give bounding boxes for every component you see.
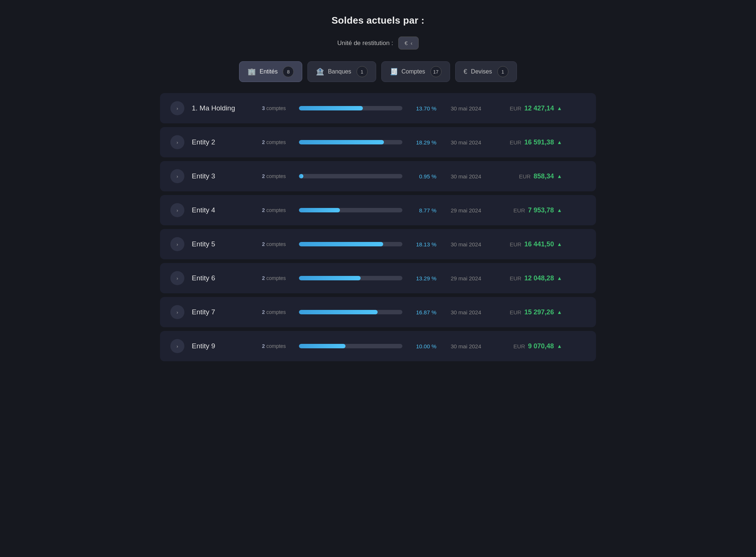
entity-name: Entity 6: [192, 274, 255, 282]
progress-bar-fill: [299, 174, 303, 178]
entity-name: Entity 7: [192, 308, 255, 316]
amount-group: EUR 7 953,78 ▲: [496, 206, 562, 214]
chevron-right-icon: ›: [177, 140, 178, 145]
entity-name: 1. Ma Holding: [192, 104, 255, 112]
comptes-label: Comptes: [402, 68, 425, 75]
unit-label: Unité de restitution :: [337, 40, 393, 47]
tab-banques[interactable]: 🏦 Banques 1: [307, 61, 376, 82]
entity-row[interactable]: › Entity 6 2 comptes 13.29 % 29 mai 2024…: [160, 263, 596, 293]
entites-icon: 🏢: [248, 68, 256, 76]
currency-label: EUR: [510, 275, 521, 281]
amount-value: 12 427,14: [524, 105, 554, 112]
pct-label: 13.29 %: [410, 275, 436, 281]
tab-entites[interactable]: 🏢 Entités 8: [239, 61, 302, 82]
currency-label: EUR: [513, 207, 525, 213]
progress-bar: [299, 208, 402, 212]
trend-up-icon: ▲: [557, 207, 562, 213]
chevron-right-icon: ›: [177, 310, 178, 315]
comptes-count: 2: [262, 275, 265, 281]
chevron-right-icon: ›: [177, 106, 178, 111]
entity-row[interactable]: › Entity 2 2 comptes 18.29 % 30 mai 2024…: [160, 127, 596, 157]
amount-value: 15 297,26: [524, 308, 554, 316]
comptes-label: comptes: [266, 139, 286, 145]
date-label: 29 mai 2024: [444, 207, 488, 213]
entity-name: Entity 2: [192, 138, 255, 146]
amount-group: EUR 12 427,14 ▲: [496, 105, 562, 112]
progress-bar-fill: [299, 344, 345, 348]
entity-row[interactable]: › Entity 9 2 comptes 10.00 % 30 mai 2024…: [160, 331, 596, 361]
date-label: 30 mai 2024: [444, 343, 488, 349]
unit-selector[interactable]: € ‹: [398, 37, 419, 49]
unit-chevron: ‹: [411, 40, 412, 46]
comptes-label: comptes: [266, 207, 286, 213]
date-label: 29 mai 2024: [444, 275, 488, 281]
entity-row[interactable]: › Entity 5 2 comptes 18.13 % 30 mai 2024…: [160, 229, 596, 259]
progress-bar: [299, 344, 402, 348]
banques-label: Banques: [328, 68, 351, 75]
trend-up-icon: ▲: [557, 139, 562, 145]
comptes-icon: 🧾: [390, 68, 398, 76]
date-label: 30 mai 2024: [444, 139, 488, 146]
comptes-count: 2: [262, 343, 265, 349]
amount-value: 9 070,48: [528, 342, 554, 350]
entity-name: Entity 5: [192, 240, 255, 248]
expand-button[interactable]: ›: [170, 237, 184, 251]
progress-bar-fill: [299, 310, 378, 314]
progress-bar-fill: [299, 106, 363, 110]
comptes-label: comptes: [266, 241, 286, 247]
comptes-count: 2: [262, 309, 265, 315]
progress-bar-fill: [299, 140, 384, 144]
expand-button[interactable]: ›: [170, 203, 184, 217]
page-title: Soldes actuels par :: [331, 15, 425, 26]
comptes-label: comptes: [266, 275, 286, 281]
progress-bar-fill: [299, 276, 361, 280]
currency-label: EUR: [510, 139, 521, 146]
entity-row[interactable]: › Entity 7 2 comptes 16.87 % 30 mai 2024…: [160, 297, 596, 327]
date-label: 30 mai 2024: [444, 241, 488, 247]
comptes-badge: 2 comptes: [262, 343, 292, 349]
comptes-badge: 2 comptes: [262, 241, 292, 247]
currency-label: EUR: [510, 105, 521, 112]
amount-group: EUR 858,34 ▲: [496, 172, 562, 180]
tabs-row: 🏢 Entités 8 🏦 Banques 1 🧾 Comptes 17 € D…: [239, 61, 517, 82]
chevron-right-icon: ›: [177, 344, 178, 349]
expand-button[interactable]: ›: [170, 135, 184, 149]
banques-badge: 1: [357, 66, 368, 77]
progress-bar: [299, 140, 402, 144]
expand-button[interactable]: ›: [170, 271, 184, 285]
date-label: 30 mai 2024: [444, 105, 488, 112]
date-label: 30 mai 2024: [444, 173, 488, 180]
entities-list: › 1. Ma Holding 3 comptes 13.70 % 30 mai…: [160, 93, 596, 361]
entites-label: Entités: [259, 68, 277, 75]
expand-button[interactable]: ›: [170, 101, 184, 115]
unit-row: Unité de restitution : € ‹: [337, 37, 419, 49]
amount-group: EUR 12 048,28 ▲: [496, 274, 562, 282]
comptes-badge: 2 comptes: [262, 275, 292, 281]
banques-icon: 🏦: [316, 68, 324, 76]
tab-comptes[interactable]: 🧾 Comptes 17: [381, 61, 450, 82]
amount-value: 7 953,78: [528, 206, 554, 214]
comptes-count: 2: [262, 173, 265, 179]
pct-label: 0.95 %: [410, 173, 436, 180]
expand-button[interactable]: ›: [170, 339, 184, 353]
comptes-badge: 17: [430, 66, 442, 77]
progress-bar: [299, 242, 402, 246]
pct-label: 18.29 %: [410, 139, 436, 146]
expand-button[interactable]: ›: [170, 169, 184, 183]
entity-row[interactable]: › 1. Ma Holding 3 comptes 13.70 % 30 mai…: [160, 93, 596, 123]
trend-up-icon: ▲: [557, 173, 562, 179]
trend-up-icon: ▲: [557, 343, 562, 349]
chevron-right-icon: ›: [177, 242, 178, 247]
expand-button[interactable]: ›: [170, 305, 184, 319]
pct-label: 18.13 %: [410, 241, 436, 247]
tab-devises[interactable]: € Devises 1: [455, 61, 517, 82]
amount-group: EUR 16 441,50 ▲: [496, 240, 562, 248]
entity-row[interactable]: › Entity 4 2 comptes 8.77 % 29 mai 2024 …: [160, 195, 596, 225]
comptes-badge: 2 comptes: [262, 309, 292, 315]
comptes-count: 2: [262, 241, 265, 247]
entity-row[interactable]: › Entity 3 2 comptes 0.95 % 30 mai 2024 …: [160, 161, 596, 191]
amount-value: 12 048,28: [524, 274, 554, 282]
date-label: 30 mai 2024: [444, 309, 488, 315]
chevron-right-icon: ›: [177, 174, 178, 179]
progress-bar: [299, 106, 402, 110]
